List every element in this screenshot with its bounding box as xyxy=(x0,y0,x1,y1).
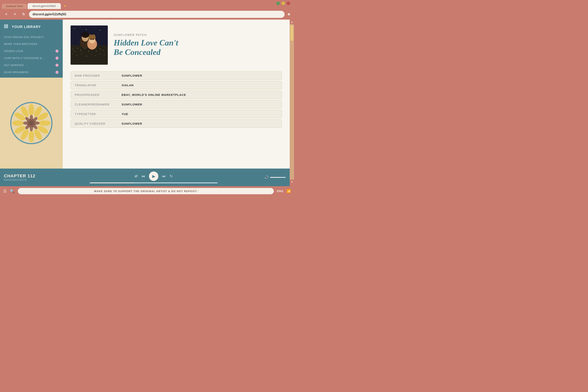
scroll-up-arrow[interactable]: ▲ xyxy=(290,20,294,24)
svg-point-40 xyxy=(104,28,104,28)
credits-row: QUALITY CHECKER SUNFLOWER xyxy=(70,119,282,128)
credits-row: TYPESETTER YUE xyxy=(70,110,282,118)
flower-icon-3: 🌸 xyxy=(55,64,59,67)
player-controls: ⇄ ⏮ ▶ ⏭ ↻ xyxy=(47,172,260,183)
bookmark-button[interactable]: ★ xyxy=(287,12,291,17)
credit-role: PROOFREADER xyxy=(70,90,118,99)
svg-point-10 xyxy=(28,130,34,142)
svg-rect-59 xyxy=(95,55,96,56)
svg-rect-48 xyxy=(84,48,85,49)
sidebar-item-hidden-love[interactable]: HIDDEN LOVE 🌸 xyxy=(0,48,63,54)
forward-button[interactable]: > xyxy=(12,11,18,18)
sidebar-item-more-than-brothers[interactable]: MORE THAN BROTHERS xyxy=(0,40,63,48)
flower-icon-1: 🌸 xyxy=(55,50,59,52)
credit-name: SUNFLOWER xyxy=(118,119,282,128)
book-info: SUNFLOWER PATCH Hidden Love Can't Be Con… xyxy=(114,26,178,65)
player-source: MANGADEX/BATO xyxy=(4,178,43,181)
book-title: Hidden Love Can't Be Concealed xyxy=(114,38,178,57)
credit-role: RAW PROVIDER xyxy=(70,71,118,80)
reload-button[interactable]: ↻ xyxy=(20,11,27,18)
repeat-button[interactable]: ↻ xyxy=(170,174,173,178)
svg-point-7 xyxy=(39,120,50,126)
scrollbar-thumb[interactable] xyxy=(290,25,293,41)
svg-rect-47 xyxy=(80,50,81,50)
credits-table: RAW PROVIDER SUNFLOWER TRANSLATOR XIALAN… xyxy=(70,70,282,129)
svg-rect-51 xyxy=(96,50,97,51)
credits-row: PROOFREADER EBAY, WORLD'S ONLINE MARKETP… xyxy=(70,90,282,99)
svg-rect-55 xyxy=(76,55,77,55)
sidebar-item-get-married[interactable]: GET MARRIED 🌸 xyxy=(0,62,63,68)
svg-rect-49 xyxy=(88,51,89,51)
player-info: CHAPTER 112 MANGADEX/BATO xyxy=(4,174,43,181)
flower-icon-4: 🌸 xyxy=(55,70,59,74)
credit-role: TRANSLATOR xyxy=(70,81,118,90)
close-button[interactable] xyxy=(286,2,290,5)
svg-point-13 xyxy=(12,120,24,126)
sunflower-logo xyxy=(10,102,53,145)
svg-rect-56 xyxy=(81,53,82,54)
svg-rect-57 xyxy=(86,56,87,56)
address-bar[interactable]: discord.gg/erG2zffq5G xyxy=(29,11,284,18)
book-cover-art xyxy=(70,26,108,65)
book-header: SUNFLOWER PATCH Hidden Love Can't Be Con… xyxy=(70,26,282,65)
volume-icon: 🔊 xyxy=(264,175,268,180)
svg-point-43 xyxy=(98,33,98,34)
sidebar-item-dear-dreamers[interactable]: DEAR DREAMERS 🌸 xyxy=(0,68,63,76)
sidebar-logo-area xyxy=(0,78,63,168)
svg-point-68 xyxy=(86,36,87,38)
book-publisher: SUNFLOWER PATCH xyxy=(114,33,178,36)
svg-point-73 xyxy=(92,38,94,40)
svg-point-35 xyxy=(74,28,75,29)
volume-bar[interactable] xyxy=(270,177,286,178)
book-cover xyxy=(70,26,108,65)
player-chapter: CHAPTER 112 xyxy=(4,174,43,178)
credit-role: CLEANER/REDRAWER xyxy=(70,100,118,108)
search-icon[interactable]: 🔍 xyxy=(10,189,15,194)
scrollbar[interactable]: ▲ ▼ xyxy=(290,20,294,184)
player-bar: CHAPTER 112 MANGADEX/BATO ⇄ ⏮ ▶ ⏭ ↻ 🔊 xyxy=(0,168,290,186)
back-button[interactable]: < xyxy=(3,11,10,18)
svg-point-38 xyxy=(94,27,94,28)
next-button[interactable]: ⏭ xyxy=(162,174,166,178)
player-volume: 🔊 xyxy=(264,175,286,180)
credit-name: XIALAN xyxy=(118,81,282,90)
svg-rect-58 xyxy=(91,54,92,55)
svg-point-32 xyxy=(29,121,34,126)
svg-rect-54 xyxy=(72,54,73,54)
sidebar-item-carp[interactable]: CARP WITH A THOUSAND E... 🌸 xyxy=(0,54,63,62)
tab-inactive[interactable]: Sunflower Patch xyxy=(2,4,27,9)
sidebar-header: YOUR LIBRARY xyxy=(0,24,63,34)
new-tab-button[interactable]: + xyxy=(62,3,68,9)
svg-point-72 xyxy=(90,38,92,40)
scrollbar-track xyxy=(290,24,294,180)
credit-name: SUNFLOWER xyxy=(118,100,282,108)
maximize-button[interactable] xyxy=(282,2,285,5)
svg-rect-60 xyxy=(100,54,100,54)
credit-role: TYPESETTER xyxy=(70,110,118,118)
tab-active[interactable]: discord.gg/erG2zffq5G xyxy=(28,3,61,9)
svg-point-4 xyxy=(28,104,34,116)
player-progress-bar[interactable] xyxy=(90,182,218,183)
credits-row: RAW PROVIDER SUNFLOWER xyxy=(70,71,282,80)
shuffle-button[interactable]: ⇄ xyxy=(135,174,138,178)
svg-rect-44 xyxy=(72,49,73,50)
nav-bar: < > ↻ discord.gg/erG2zffq5G ★ xyxy=(0,9,294,20)
volume-fill xyxy=(270,177,280,178)
sidebar: YOUR LIBRARY STAR DREAM IDOL PROJECT MOR… xyxy=(0,20,63,168)
status-bar: ☰ 🔍 MAKE SURE TO SUPPORT THE ORIGINAL AR… xyxy=(0,186,294,196)
svg-point-39 xyxy=(100,30,100,31)
play-button[interactable]: ▶ xyxy=(149,172,158,181)
svg-rect-2 xyxy=(7,24,8,28)
main-content: SUNFLOWER PATCH Hidden Love Can't Be Con… xyxy=(63,20,290,168)
credits-row: CLEANER/REDRAWER SUNFLOWER xyxy=(70,100,282,108)
status-right: ENG 📶 xyxy=(277,189,291,193)
svg-point-74 xyxy=(89,34,91,38)
scroll-down-arrow[interactable]: ▼ xyxy=(290,180,294,184)
minimize-button[interactable] xyxy=(276,2,280,5)
sidebar-title: YOUR LIBRARY xyxy=(12,25,41,29)
menu-icon[interactable]: ☰ xyxy=(3,189,7,194)
svg-rect-61 xyxy=(104,55,104,55)
wifi-icon: 📶 xyxy=(286,189,291,193)
prev-button[interactable]: ⏮ xyxy=(142,174,145,178)
sidebar-item-star-dream[interactable]: STAR DREAM IDOL PROJECT xyxy=(0,34,63,40)
